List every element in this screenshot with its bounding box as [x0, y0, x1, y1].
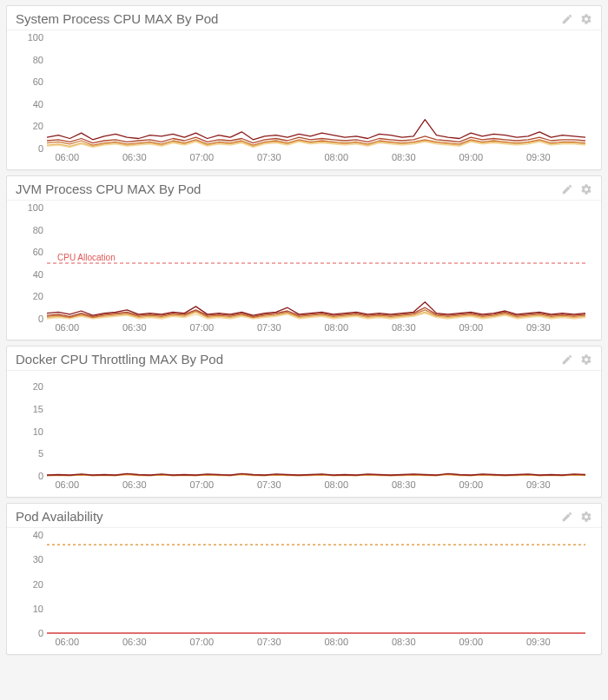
x-tick-label: 09:30: [526, 637, 551, 647]
x-tick-label: 07:00: [189, 637, 214, 647]
x-tick-label: 09:00: [459, 152, 483, 162]
y-tick-label: 0: [38, 314, 43, 324]
x-tick-label: 07:30: [257, 637, 281, 647]
chart-svg: 0510152006:0006:3007:0007:3008:0008:3009…: [16, 374, 592, 492]
panel-title: JVM Process CPU MAX By Pod: [16, 182, 201, 196]
panel-title: Docker CPU Throttling MAX By Pod: [16, 352, 223, 367]
panel-actions: [561, 353, 592, 366]
x-tick-label: 09:30: [526, 152, 551, 162]
pencil-icon[interactable]: [561, 511, 573, 523]
x-tick-label: 06:30: [122, 152, 147, 162]
panel: Pod Availability01020304006:0006:3007:00…: [6, 503, 602, 655]
x-tick-label: 06:30: [122, 322, 147, 333]
x-tick-label: 09:30: [526, 479, 551, 490]
chart-area[interactable]: 02040608010006:0006:3007:0007:3008:0008:…: [7, 30, 601, 169]
y-tick-label: 80: [33, 55, 43, 65]
y-tick-label: 15: [33, 404, 43, 414]
chart-svg: 020406080100CPU Allocation06:0006:3007:0…: [16, 204, 592, 334]
panel-actions: [561, 511, 592, 523]
x-tick-label: 07:30: [257, 152, 281, 162]
x-tick-label: 09:00: [459, 637, 483, 647]
y-tick-label: 0: [38, 628, 43, 638]
x-tick-label: 07:00: [189, 152, 214, 162]
y-tick-label: 20: [33, 381, 43, 392]
panel: System Process CPU MAX By Pod02040608010…: [6, 5, 602, 170]
x-tick-label: 07:30: [257, 479, 281, 490]
x-tick-label: 07:00: [189, 479, 214, 490]
y-tick-label: 60: [33, 76, 43, 87]
x-tick-label: 08:30: [392, 637, 416, 647]
y-tick-label: 40: [33, 99, 43, 109]
chart-area[interactable]: 01020304006:0006:3007:0007:3008:0008:300…: [7, 528, 601, 654]
x-tick-label: 09:00: [459, 479, 483, 490]
panel-title: System Process CPU MAX By Pod: [16, 11, 218, 26]
x-tick-label: 06:30: [122, 479, 147, 490]
y-tick-label: 40: [33, 532, 43, 540]
series-line: [47, 120, 585, 140]
x-tick-label: 08:30: [392, 479, 416, 490]
y-tick-label: 30: [33, 554, 43, 565]
x-tick-label: 09:00: [459, 322, 483, 333]
y-tick-label: 10: [33, 426, 43, 437]
chart-svg: 01020304006:0006:3007:0007:3008:0008:300…: [16, 532, 592, 649]
panel: Docker CPU Throttling MAX By Pod05101520…: [6, 346, 602, 498]
x-tick-label: 06:00: [55, 479, 79, 490]
x-tick-label: 07:30: [257, 322, 281, 333]
y-tick-label: 40: [33, 269, 43, 280]
pencil-icon[interactable]: [561, 353, 573, 366]
y-tick-label: 20: [33, 579, 43, 590]
y-tick-label: 0: [38, 143, 43, 154]
x-tick-label: 09:30: [526, 322, 551, 333]
gear-icon[interactable]: [580, 353, 592, 366]
y-tick-label: 10: [33, 604, 43, 614]
panel-header: Docker CPU Throttling MAX By Pod: [7, 347, 601, 371]
y-tick-label: 100: [28, 34, 43, 43]
x-tick-label: 06:00: [55, 152, 79, 162]
x-tick-label: 06:00: [55, 322, 79, 333]
panel-header: System Process CPU MAX By Pod: [7, 6, 601, 30]
y-tick-label: 0: [38, 471, 43, 481]
x-tick-label: 08:00: [324, 152, 348, 162]
x-tick-label: 08:30: [392, 322, 416, 333]
panel-actions: [561, 183, 592, 195]
panel-header: JVM Process CPU MAX By Pod: [7, 176, 601, 201]
panel-header: Pod Availability: [7, 504, 601, 528]
chart-svg: 02040608010006:0006:3007:0007:3008:0008:…: [16, 34, 592, 164]
x-tick-label: 08:00: [324, 322, 348, 333]
y-tick-label: 20: [33, 121, 43, 131]
gear-icon[interactable]: [580, 13, 592, 25]
y-tick-label: 60: [33, 247, 43, 257]
chart-area[interactable]: 020406080100CPU Allocation06:0006:3007:0…: [7, 201, 601, 340]
y-tick-label: 100: [28, 204, 43, 213]
pencil-icon[interactable]: [561, 13, 573, 25]
x-tick-label: 08:30: [392, 152, 416, 162]
y-tick-label: 80: [33, 225, 43, 235]
gear-icon[interactable]: [580, 183, 592, 195]
pencil-icon[interactable]: [561, 183, 573, 195]
panel: JVM Process CPU MAX By Pod020406080100CP…: [6, 175, 602, 340]
x-tick-label: 06:00: [55, 637, 79, 647]
x-tick-label: 08:00: [324, 479, 348, 490]
panel-title: Pod Availability: [16, 509, 103, 524]
chart-area[interactable]: 0510152006:0006:3007:0007:3008:0008:3009…: [7, 371, 601, 497]
y-tick-label: 5: [38, 448, 43, 459]
x-tick-label: 07:00: [189, 322, 214, 333]
annotation-label: CPU Allocation: [57, 253, 116, 262]
y-tick-label: 20: [33, 291, 43, 301]
x-tick-label: 06:30: [122, 637, 147, 647]
gear-icon[interactable]: [580, 511, 592, 523]
x-tick-label: 08:00: [324, 637, 348, 647]
panel-actions: [561, 13, 592, 25]
